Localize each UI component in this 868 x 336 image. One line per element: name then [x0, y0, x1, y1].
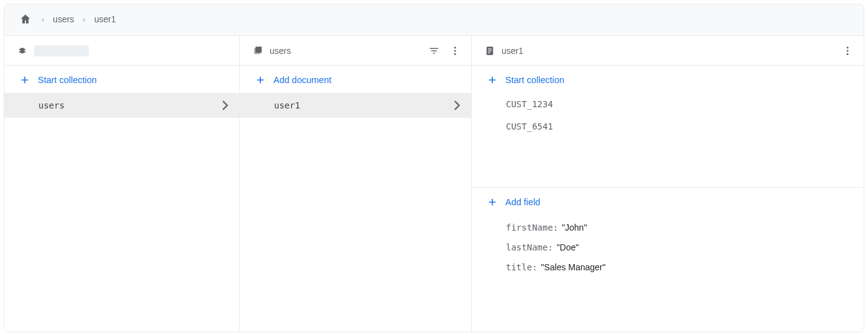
database-root-icon: [17, 45, 28, 56]
document-title: user1: [502, 46, 523, 56]
field-value: "John": [562, 223, 587, 232]
svg-rect-4: [488, 48, 492, 49]
chevron-right-icon: ›: [42, 15, 44, 24]
chevron-right-icon: [222, 100, 228, 110]
start-subcollection-button[interactable]: Start collection: [472, 66, 864, 93]
field-key: firstName:: [506, 223, 558, 232]
svg-point-2: [454, 53, 456, 55]
breadcrumb-item-collection[interactable]: users: [53, 14, 74, 24]
root-header: [4, 36, 239, 66]
project-id-redacted: [34, 45, 89, 56]
svg-point-9: [847, 53, 849, 55]
chevron-right-icon: [454, 100, 460, 110]
root-column: Start collection users: [4, 36, 240, 332]
subcollection-row[interactable]: CUST_1234: [472, 93, 864, 115]
field-value: "Sales Manager": [541, 262, 606, 272]
add-document-button[interactable]: Add document: [240, 66, 471, 93]
fields-list: firstName: "John" lastName: "Doe" title:…: [472, 215, 864, 277]
start-subcollection-label: Start collection: [505, 75, 564, 85]
columns: Start collection users users: [4, 35, 864, 332]
document-header: user1: [472, 36, 864, 66]
document-row[interactable]: user1: [240, 93, 471, 118]
svg-point-8: [847, 50, 849, 51]
chevron-right-icon: ›: [83, 15, 86, 24]
svg-point-7: [847, 46, 849, 48]
start-collection-button[interactable]: Start collection: [4, 66, 239, 93]
svg-rect-6: [488, 52, 490, 53]
field-key: title:: [506, 262, 538, 272]
field-row[interactable]: firstName: "John": [472, 218, 864, 237]
firestore-panel: › users › user1 Start collection users: [4, 4, 864, 332]
add-field-button[interactable]: Add field: [472, 188, 864, 215]
field-value: "Doe": [557, 242, 579, 252]
collection-title: users: [270, 46, 291, 56]
svg-rect-5: [488, 50, 492, 51]
add-field-label: Add field: [505, 197, 540, 207]
collection-column: users Add document user1: [240, 36, 472, 332]
subcollection-label: CUST_1234: [506, 99, 553, 109]
field-row[interactable]: title: "Sales Manager": [472, 257, 864, 277]
more-vert-icon[interactable]: [448, 43, 463, 58]
subcollection-row[interactable]: CUST_6541: [472, 115, 864, 138]
start-collection-label: Start collection: [38, 75, 97, 85]
document-column: user1 Start collection CUST_1234 CUST_65…: [472, 36, 864, 332]
document-row-label: user1: [274, 100, 300, 110]
breadcrumb-item-document[interactable]: user1: [94, 14, 116, 24]
field-row[interactable]: lastName: "Doe": [472, 237, 864, 257]
svg-point-1: [454, 50, 456, 51]
svg-point-0: [454, 46, 456, 48]
subcollection-label: CUST_6541: [506, 122, 553, 131]
add-document-label: Add document: [273, 75, 332, 85]
collection-header: users: [240, 36, 471, 66]
field-key: lastName:: [506, 242, 553, 252]
breadcrumb: › users › user1: [4, 4, 864, 35]
collection-row-label: users: [38, 100, 64, 110]
more-vert-icon[interactable]: [840, 43, 855, 58]
collection-row[interactable]: users: [4, 93, 239, 118]
document-icon: [484, 45, 495, 56]
home-icon[interactable]: [18, 12, 33, 27]
collection-icon: [252, 45, 264, 56]
filter-list-icon[interactable]: [427, 43, 441, 58]
